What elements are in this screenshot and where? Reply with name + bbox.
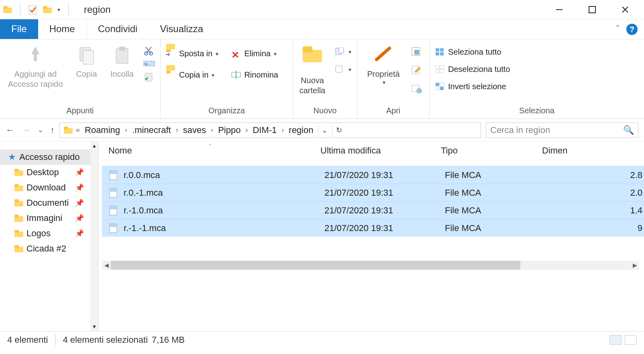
rename-button[interactable]: Rinomina: [230, 70, 279, 80]
copy-to-button[interactable]: Copia in▾: [165, 70, 220, 80]
tab-share[interactable]: Condividi: [87, 19, 149, 39]
file-date: 21/07/2020 19:31: [324, 205, 445, 216]
history-button[interactable]: [411, 84, 422, 93]
chevron-icon[interactable]: ›: [245, 126, 248, 134]
move-to-button[interactable]: ➔ Sposta in▾: [165, 48, 220, 59]
properties-button[interactable]: Proprietà ▾: [361, 44, 406, 86]
sidebar-item-documents[interactable]: Documenti📌: [0, 195, 98, 211]
scroll-left-icon[interactable]: ◀: [102, 262, 111, 268]
breadcrumb-item[interactable]: Pippo: [215, 125, 244, 135]
tab-home[interactable]: Home: [38, 19, 87, 39]
svg-rect-22: [414, 50, 419, 55]
copy-path-icon[interactable]: w...: [143, 60, 156, 68]
refresh-button[interactable]: ↻: [332, 123, 345, 137]
address-dropdown[interactable]: ⌄: [318, 123, 331, 137]
breadcrumb-item[interactable]: DIM-1: [249, 125, 280, 135]
star-icon: ★: [8, 152, 16, 162]
tab-file[interactable]: File: [0, 19, 38, 39]
quick-access-check-icon[interactable]: [29, 4, 37, 15]
nav-history-dropdown[interactable]: ⌄: [38, 126, 43, 134]
status-selected: 4 elementi selezionati: [63, 335, 148, 345]
collapse-ribbon-icon[interactable]: ˄: [615, 24, 620, 35]
sidebar-item-desktop[interactable]: Desktop📌: [0, 165, 98, 180]
file-row[interactable]: r.0.-1.mca21/07/2020 19:31File MCA2.0: [102, 184, 644, 201]
column-headers: Nome˄ Ultima modifica Tipo Dimen: [99, 141, 644, 160]
sidebar-quick-access[interactable]: ★ Accesso rapido: [0, 149, 98, 165]
edit-button[interactable]: [411, 65, 422, 75]
scroll-thumb[interactable]: [111, 261, 520, 270]
sidebar-item-logos[interactable]: Logos📌: [0, 226, 98, 241]
help-button[interactable]: ?: [626, 24, 638, 35]
chevron-icon[interactable]: ›: [125, 126, 127, 134]
nav-forward-button[interactable]: →: [22, 125, 31, 135]
breadcrumb-item[interactable]: Roaming: [82, 125, 123, 135]
nav-back-button[interactable]: ←: [6, 125, 14, 135]
delete-button[interactable]: ✕ Elimina▾: [230, 48, 279, 59]
breadcrumb-item[interactable]: .minecraft: [129, 125, 174, 135]
maximize-button[interactable]: [583, 3, 601, 16]
minimize-button[interactable]: [550, 3, 569, 16]
close-button[interactable]: [616, 3, 634, 16]
group-new-label: Nuovo: [297, 104, 353, 119]
file-name: r.0.-1.mca: [124, 188, 324, 198]
chevron-icon[interactable]: ›: [176, 126, 178, 134]
column-size[interactable]: Dimen: [542, 145, 644, 156]
paste-shortcut-icon[interactable]: [143, 72, 156, 82]
svg-rect-34: [436, 83, 439, 86]
file-type: File MCA: [445, 223, 546, 233]
file-row[interactable]: r.-1.-1.mca21/07/2020 19:31File MCA9: [102, 219, 644, 237]
easy-access-button[interactable]: ▾: [333, 64, 353, 75]
file-view: Nome˄ Ultima modifica Tipo Dimen r.0.0.m…: [99, 141, 644, 331]
file-name: r.-1.-1.mca: [124, 223, 324, 233]
folder-icon: [64, 127, 73, 134]
sidebar-item-cicada[interactable]: Cicada #2: [0, 241, 98, 256]
folder-icon[interactable]: [43, 6, 52, 13]
chevron-icon[interactable]: ›: [281, 126, 284, 134]
invert-selection-button[interactable]: Inverti selezione: [434, 81, 512, 92]
qa-dropdown-icon[interactable]: ▾: [57, 6, 60, 13]
titlebar: ▾ region: [0, 0, 644, 19]
pin-to-quick-access-button[interactable]: Aggiungi ad Accesso rapido: [4, 44, 67, 89]
tab-view[interactable]: Visualizza: [149, 19, 214, 39]
select-none-button[interactable]: Deseleziona tutto: [434, 64, 512, 75]
file-row[interactable]: r.0.0.mca21/07/2020 19:31File MCA2.8: [102, 166, 644, 184]
column-type[interactable]: Tipo: [441, 145, 542, 156]
file-size: 2.8: [546, 170, 644, 180]
address-bar[interactable]: « Roaming› .minecraft› saves› Pippo› DIM…: [59, 123, 481, 138]
search-input[interactable]: Cerca in region 🔍: [486, 123, 638, 138]
view-details-button[interactable]: [609, 335, 622, 345]
file-row[interactable]: r.-1.0.mca21/07/2020 19:31File MCA1.4: [102, 201, 644, 219]
column-date[interactable]: Ultima modifica: [320, 145, 441, 156]
horizontal-scrollbar[interactable]: ◀ ▶: [102, 261, 639, 270]
svg-rect-29: [440, 52, 444, 55]
open-button[interactable]: [411, 47, 422, 56]
svg-rect-45: [110, 224, 117, 227]
breadcrumb-item[interactable]: saves: [180, 125, 209, 135]
folder-icon: [14, 184, 23, 191]
nav-up-button[interactable]: ↑: [50, 125, 55, 135]
file-name: r.-1.0.mca: [124, 205, 324, 216]
scroll-right-icon[interactable]: ▶: [630, 262, 639, 268]
column-name[interactable]: Nome˄: [108, 145, 320, 156]
file-date: 21/07/2020 19:31: [324, 188, 445, 198]
breadcrumb-item[interactable]: region: [285, 125, 316, 135]
new-item-button[interactable]: ▾: [333, 47, 353, 57]
sidebar-item-images[interactable]: Immagini📌: [0, 211, 98, 226]
cut-icon[interactable]: [143, 46, 156, 56]
copy-button[interactable]: Copia: [72, 44, 100, 79]
chevron-icon[interactable]: ›: [211, 126, 213, 134]
folder-icon: [14, 169, 23, 176]
chevron-icon[interactable]: «: [76, 126, 80, 134]
svg-rect-43: [110, 206, 117, 209]
sidebar-item-downloads[interactable]: Download📌: [0, 180, 98, 195]
paste-button[interactable]: Incolla: [106, 44, 138, 79]
file-size: 2.0: [546, 188, 644, 198]
new-folder-button[interactable]: Nuova cartella: [297, 44, 328, 96]
sidebar-scrollbar[interactable]: ▲▼: [90, 141, 98, 331]
file-icon: [108, 223, 119, 233]
view-thumbnails-button[interactable]: [625, 335, 637, 345]
svg-rect-19: [339, 47, 344, 53]
svg-rect-35: [440, 83, 444, 86]
svg-rect-2: [589, 6, 595, 13]
select-all-button[interactable]: Seleziona tutto: [434, 47, 512, 57]
